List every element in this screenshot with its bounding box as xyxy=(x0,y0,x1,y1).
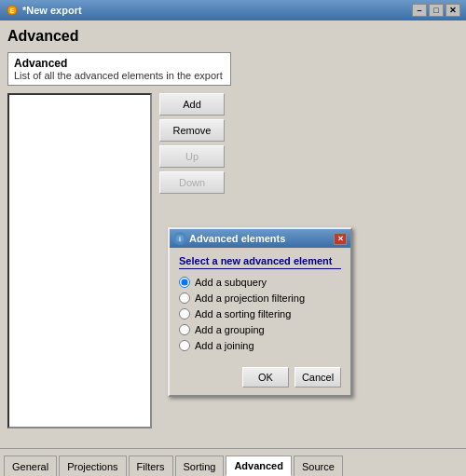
modal-title: Advanced elements xyxy=(189,233,285,244)
modal-close-button[interactable]: ✕ xyxy=(334,233,347,245)
option-subquery: Add a subquery xyxy=(179,277,341,288)
modal-body: Select a new advanced element Add a subq… xyxy=(170,248,350,363)
option-grouping: Add a grouping xyxy=(179,324,341,335)
option-joining: Add a joining xyxy=(179,340,341,351)
radio-joining[interactable] xyxy=(179,340,190,351)
cancel-button[interactable]: Cancel xyxy=(295,367,341,388)
radio-sorting[interactable] xyxy=(179,308,190,320)
radio-grouping[interactable] xyxy=(179,324,190,335)
option-projection: Add a projection filtering xyxy=(179,292,341,304)
advanced-elements-dialog: i Advanced elements ✕ Select a new advan… xyxy=(168,227,352,397)
ok-button[interactable]: OK xyxy=(242,367,289,388)
radio-subquery[interactable] xyxy=(179,277,190,288)
modal-overlay: i Advanced elements ✕ Select a new advan… xyxy=(0,0,466,476)
modal-footer: OK Cancel xyxy=(170,363,350,395)
modal-title-bar: i Advanced elements ✕ xyxy=(170,229,350,248)
svg-text:i: i xyxy=(179,236,181,242)
modal-icon: i xyxy=(173,232,186,245)
modal-section-title: Select a new advanced element xyxy=(179,255,341,269)
option-sorting: Add a sorting filtering xyxy=(179,308,341,320)
radio-projection[interactable] xyxy=(179,292,190,304)
